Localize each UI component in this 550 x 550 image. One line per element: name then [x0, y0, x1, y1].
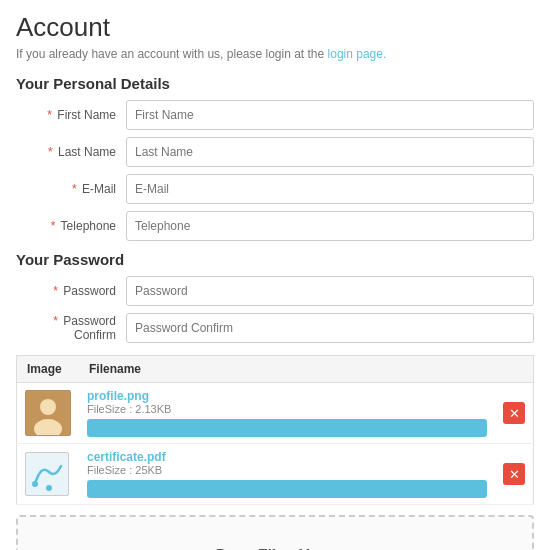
form-group-password-confirm: * Password Confirm [16, 313, 534, 343]
input-first-name[interactable] [126, 100, 534, 130]
drop-zone[interactable]: Drop Files Here 📂 Upload Files [16, 515, 534, 550]
file-size-0: FileSize : 2.13KB [87, 403, 487, 415]
personal-fields-group: * First Name * Last Name * E-Mail * Tele… [16, 100, 534, 241]
form-group-first-name: * First Name [16, 100, 534, 130]
progress-bar-0: 100% [87, 419, 487, 437]
table-row: profile.png FileSize : 2.13KB 100% ✕ [17, 383, 534, 444]
progress-wrap-0: 100% [87, 419, 487, 437]
label-last-name: * Last Name [16, 145, 126, 159]
svg-point-4 [46, 485, 52, 491]
file-name-1: certificate.pdf [87, 450, 487, 464]
input-telephone[interactable] [126, 211, 534, 241]
file-image-cell-0 [17, 383, 80, 444]
required-star-last-name: * [48, 145, 53, 159]
label-password-confirm: * Password Confirm [16, 314, 126, 342]
password-fields-group: * Password * Password Confirm [16, 276, 534, 343]
file-thumb-0 [25, 390, 71, 436]
form-group-password: * Password [16, 276, 534, 306]
form-group-telephone: * Telephone [16, 211, 534, 241]
form-group-last-name: * Last Name [16, 137, 534, 167]
file-action-cell-0: ✕ [495, 383, 534, 444]
required-star-password: * [53, 284, 58, 298]
form-group-email: * E-Mail [16, 174, 534, 204]
required-star-telephone: * [51, 219, 56, 233]
file-info-cell-0: profile.png FileSize : 2.13KB 100% [79, 383, 495, 444]
progress-fill-0 [87, 419, 487, 437]
input-last-name[interactable] [126, 137, 534, 167]
progress-wrap-1: Completed [87, 480, 487, 498]
file-table: Image Filename profile.png FileSize : 2.… [16, 355, 534, 505]
file-size-1: FileSize : 25KB [87, 464, 487, 476]
file-image-cell-1 [17, 444, 80, 505]
col-header-action [495, 356, 534, 383]
delete-file-button-1[interactable]: ✕ [503, 463, 525, 485]
table-row: certificate.pdf FileSize : 25KB Complete… [17, 444, 534, 505]
input-password-confirm[interactable] [126, 313, 534, 343]
input-password[interactable] [126, 276, 534, 306]
pdf-icon [27, 454, 67, 494]
file-info-cell-1: certificate.pdf FileSize : 25KB Complete… [79, 444, 495, 505]
required-star-password-confirm: * [53, 314, 58, 328]
progress-fill-1 [87, 480, 487, 498]
subtitle: If you already have an account with us, … [16, 47, 534, 61]
label-first-name: * First Name [16, 108, 126, 122]
required-star-first-name: * [47, 108, 52, 122]
subtitle-text: If you already have an account with us, … [16, 47, 324, 61]
personal-section-title: Your Personal Details [16, 75, 534, 92]
svg-point-3 [32, 481, 38, 487]
login-link[interactable]: login page. [328, 47, 387, 61]
svg-point-1 [40, 399, 56, 415]
progress-bar-1: Completed [87, 480, 487, 498]
page-title: Account [16, 12, 534, 43]
col-header-filename: Filename [79, 356, 495, 383]
col-header-image: Image [17, 356, 80, 383]
input-email[interactable] [126, 174, 534, 204]
password-section-title: Your Password [16, 251, 534, 268]
file-name-0: profile.png [87, 389, 487, 403]
label-telephone: * Telephone [16, 219, 126, 233]
label-password: * Password [16, 284, 126, 298]
file-thumb-1 [25, 452, 69, 496]
file-rows-body: profile.png FileSize : 2.13KB 100% ✕ [17, 383, 534, 505]
file-action-cell-1: ✕ [495, 444, 534, 505]
required-star-email: * [72, 182, 77, 196]
delete-file-button-0[interactable]: ✕ [503, 402, 525, 424]
profile-image-icon [26, 391, 70, 435]
label-email: * E-Mail [16, 182, 126, 196]
